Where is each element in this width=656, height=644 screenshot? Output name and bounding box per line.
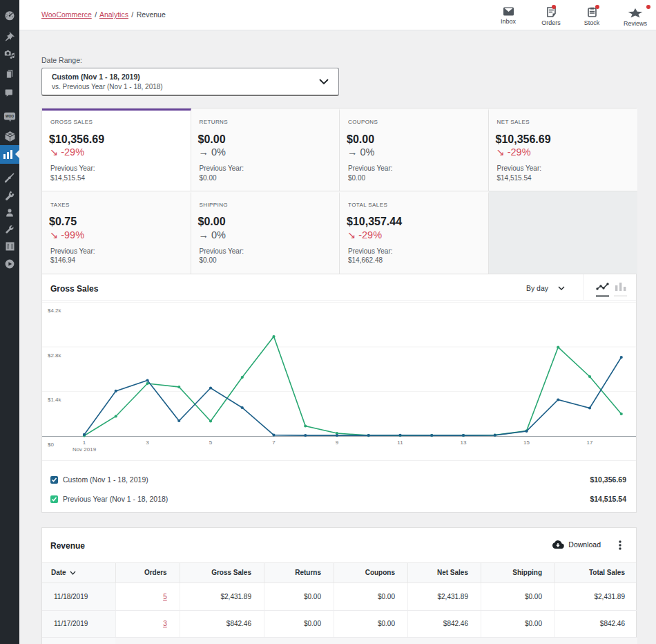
svg-text:13: 13 [461,439,467,446]
svg-text:$0: $0 [48,442,54,448]
svg-text:7: 7 [272,439,276,446]
svg-text:$4.2k: $4.2k [48,307,62,314]
svg-text:3: 3 [146,439,149,446]
svg-text:1: 1 [83,439,86,446]
svg-text:Nov 2019: Nov 2019 [73,446,97,453]
svg-text:WOO: WOO [6,115,14,118]
svg-text:$2.8k: $2.8k [48,352,62,359]
svg-text:$1.4k: $1.4k [48,397,62,403]
svg-text:5: 5 [209,439,213,446]
svg-text:15: 15 [523,439,530,446]
svg-text:9: 9 [336,439,339,446]
svg-text:17: 17 [587,439,593,446]
svg-text:11: 11 [397,439,403,446]
